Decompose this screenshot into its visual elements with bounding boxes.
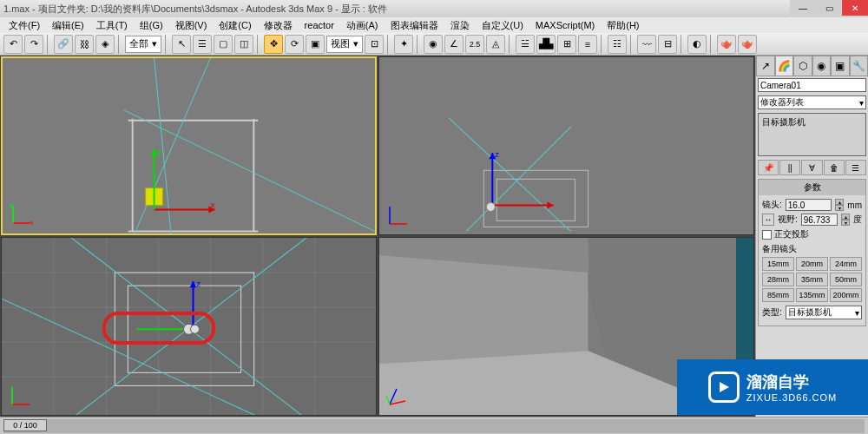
- svg-point-52: [190, 325, 199, 333]
- hierarchy-tab[interactable]: ⬡: [793, 56, 812, 76]
- preset-35mm-button[interactable]: 35mm: [796, 273, 828, 286]
- object-name-field[interactable]: Camera01: [758, 78, 866, 92]
- display-tab[interactable]: ▣: [831, 56, 850, 76]
- viewports-container: y x x y 前 z: [0, 56, 755, 417]
- quick-render-button[interactable]: 🫖: [738, 35, 757, 54]
- schematic-view-button[interactable]: ⊟: [658, 35, 677, 54]
- menu-tools[interactable]: 工具(T): [91, 19, 133, 32]
- fov-input[interactable]: 96.733: [801, 214, 838, 226]
- link-button[interactable]: 🔗: [54, 35, 73, 54]
- select-button[interactable]: ↖: [172, 35, 191, 54]
- maximize-button[interactable]: ▭: [816, 0, 842, 16]
- rotate-button[interactable]: ⟳: [285, 35, 304, 54]
- bind-spacewarp-button[interactable]: ◈: [95, 35, 115, 54]
- show-end-result-button[interactable]: ||: [779, 160, 800, 175]
- lens-input[interactable]: 16.0: [786, 199, 832, 211]
- modifier-stack[interactable]: 目标摄影机: [758, 113, 866, 156]
- array-button[interactable]: ⊞: [557, 35, 576, 54]
- material-editor-button[interactable]: ◐: [687, 35, 707, 54]
- preset-20mm-button[interactable]: 20mm: [796, 257, 828, 271]
- preset-135mm-button[interactable]: 135mm: [796, 288, 828, 302]
- lens-spinner[interactable]: ▴ ▾: [835, 199, 844, 211]
- unlink-button[interactable]: ⛓: [75, 35, 94, 54]
- fov-direction-button[interactable]: ↔: [762, 214, 774, 226]
- viewport-top-right[interactable]: 前 z: [378, 56, 754, 235]
- spin-down-icon[interactable]: ▾: [841, 220, 850, 226]
- svg-text:y: y: [10, 202, 13, 209]
- time-slider-track[interactable]: 0 / 100: [3, 419, 865, 433]
- preset-28mm-button[interactable]: 28mm: [762, 273, 794, 286]
- preset-200mm-button[interactable]: 200mm: [830, 288, 862, 302]
- spin-up-icon[interactable]: ▴: [841, 214, 850, 220]
- spinner-snap-button[interactable]: ◬: [486, 35, 505, 54]
- pivot-button[interactable]: ⊡: [365, 35, 384, 54]
- lens-presets-grid: 15mm 20mm 24mm 28mm 35mm 50mm 85mm 135mm…: [762, 257, 862, 302]
- snap-toggle-button[interactable]: ◉: [424, 35, 443, 54]
- make-unique-button[interactable]: ∀: [801, 160, 822, 175]
- preset-50mm-button[interactable]: 50mm: [830, 273, 862, 286]
- fov-spinner[interactable]: ▴ ▾: [841, 214, 850, 226]
- svg-rect-19: [379, 57, 753, 235]
- stack-item[interactable]: 目标摄影机: [760, 115, 864, 129]
- window-crossing-button[interactable]: ◫: [234, 35, 253, 54]
- modify-tab[interactable]: 🌈: [775, 56, 794, 76]
- preset-24mm-button[interactable]: 24mm: [830, 257, 862, 271]
- close-button[interactable]: ✕: [842, 0, 868, 16]
- fov-label: 视野:: [778, 214, 798, 226]
- ortho-checkbox[interactable]: [762, 230, 772, 240]
- align-button[interactable]: ≡: [578, 35, 597, 54]
- angle-snap-button[interactable]: ∠: [444, 35, 464, 54]
- time-slider-handle[interactable]: 0 / 100: [3, 419, 47, 431]
- menu-file[interactable]: 文件(F): [3, 19, 45, 32]
- spin-up-icon[interactable]: ▴: [835, 199, 844, 205]
- create-tab[interactable]: ↗: [756, 56, 775, 76]
- utilities-tab[interactable]: 🔧: [850, 56, 869, 76]
- manipulate-button[interactable]: ✦: [394, 35, 413, 54]
- menu-edit[interactable]: 编辑(E): [47, 19, 89, 32]
- menu-create[interactable]: 创建(C): [214, 19, 256, 32]
- scale-button[interactable]: ▣: [306, 35, 325, 54]
- spin-down-icon[interactable]: ▾: [835, 205, 844, 211]
- camera-type-combo[interactable]: 目标摄影机▾: [786, 306, 862, 319]
- named-selections-button[interactable]: ☱: [516, 35, 535, 54]
- menu-help[interactable]: 帮助(H): [602, 19, 644, 32]
- menu-maxscript[interactable]: MAXScript(M): [530, 20, 600, 30]
- mirror-button[interactable]: ▟▙: [536, 35, 556, 54]
- lens-unit: mm: [847, 201, 862, 210]
- svg-point-28: [486, 202, 495, 211]
- viewport-top-left[interactable]: y x x y: [1, 56, 377, 235]
- ref-coord-combo[interactable]: 视图 ▾: [326, 36, 363, 53]
- menu-customize[interactable]: 自定义(U): [477, 19, 529, 32]
- menu-graph[interactable]: 图表编辑器: [385, 19, 444, 32]
- rollout-header[interactable]: 参数: [759, 180, 865, 195]
- percent-snap-button[interactable]: 2.5: [465, 35, 484, 54]
- move-button[interactable]: ✥: [264, 35, 283, 54]
- redo-button[interactable]: ↷: [24, 35, 43, 54]
- menu-group[interactable]: 组(G): [135, 19, 168, 32]
- menu-views[interactable]: 视图(V): [170, 19, 213, 32]
- pin-stack-button[interactable]: 📌: [758, 160, 779, 175]
- curve-editor-button[interactable]: 〰: [637, 35, 656, 54]
- menu-modifiers[interactable]: 修改器: [259, 19, 298, 32]
- render-scene-button[interactable]: 🫖: [717, 35, 736, 54]
- menu-reactor[interactable]: reactor: [299, 20, 339, 30]
- modifier-list-combo[interactable]: 修改器列表▾: [758, 95, 866, 109]
- viewport-bottom-left[interactable]: z: [1, 237, 377, 416]
- titlebar: 1.max - 项目文件夹: D:\我的资料库\Documents\3dsmax…: [0, 0, 868, 17]
- preset-15mm-button[interactable]: 15mm: [762, 257, 794, 271]
- minimize-button[interactable]: —: [790, 0, 816, 16]
- selection-filter-combo[interactable]: 全部 ▾: [125, 36, 161, 53]
- remove-modifier-button[interactable]: 🗑: [824, 160, 845, 175]
- select-name-button[interactable]: ☰: [193, 35, 212, 54]
- menu-rendering[interactable]: 渲染: [445, 19, 475, 32]
- configure-sets-button[interactable]: ☰: [845, 160, 866, 175]
- select-rect-button[interactable]: ▢: [214, 35, 233, 54]
- svg-marker-64: [720, 382, 729, 392]
- preset-85mm-button[interactable]: 85mm: [762, 288, 794, 302]
- stack-toolbar: 📌 || ∀ 🗑 ☰: [758, 160, 866, 175]
- menu-animation[interactable]: 动画(A): [341, 19, 384, 32]
- svg-line-61: [390, 401, 405, 404]
- layers-button[interactable]: ☷: [608, 35, 627, 54]
- undo-button[interactable]: ↶: [3, 35, 23, 54]
- motion-tab[interactable]: ◉: [812, 56, 832, 76]
